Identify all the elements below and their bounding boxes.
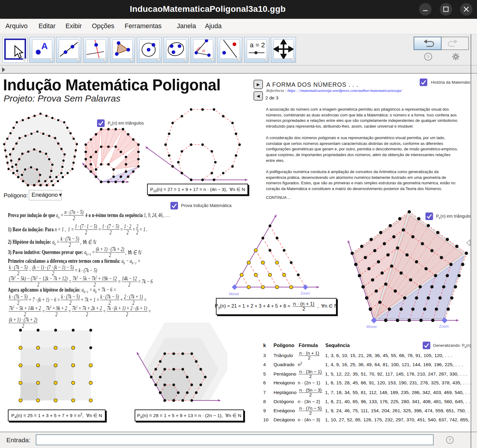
svg-text:a = 2: a = 2 [250,41,265,49]
svg-text:Zoom: Zoom [439,324,449,329]
svg-text:?: ? [448,437,451,443]
svg-text:A: A [41,41,48,51]
svg-text:?: ? [427,54,429,59]
svg-text:α: α [202,48,205,53]
svg-text:Mover: Mover [366,325,377,329]
svg-text:Mover: Mover [229,292,239,296]
svg-text:Zoom: Zoom [301,291,310,296]
